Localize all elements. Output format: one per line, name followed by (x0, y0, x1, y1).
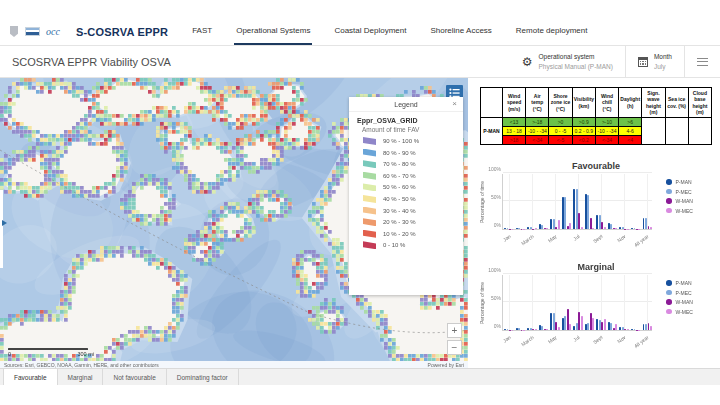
bar-group (641, 275, 653, 330)
bottom-tab-dominating-factor[interactable]: Dominating factor (167, 369, 239, 385)
bar (509, 330, 511, 331)
nav-tab-shoreline-access[interactable]: Shoreline Access (428, 18, 493, 45)
criteria-value-cell: 13 - 18 (503, 127, 526, 136)
legend-class-label: 90 % - 100 % (383, 138, 419, 144)
y-tick-label: 50% (491, 194, 501, 200)
bar (581, 316, 583, 330)
legend-sublayer-name: Amount of time FAV (349, 126, 463, 136)
bar-group (641, 174, 653, 229)
bar (615, 228, 617, 229)
month-label: Month (654, 52, 672, 61)
x-tick-label: Nov (606, 334, 627, 352)
legend-swatch (363, 160, 376, 168)
criteria-value-cell: <-34 (595, 136, 618, 145)
collapsed-panel-sliver (0, 190, 3, 268)
month-control[interactable]: Month July (626, 46, 684, 77)
bar-group (503, 174, 515, 229)
bar (555, 322, 557, 330)
legend-swatch (363, 218, 376, 226)
bar-group (515, 275, 527, 330)
bar (541, 326, 543, 330)
x-tick-label: Jul (560, 334, 581, 352)
legend-dot-icon (666, 309, 672, 315)
y-tick-label: 0% (494, 222, 501, 228)
page-header: SCOSRVA EPPR Viability OSVA ⚙ Operationa… (0, 45, 720, 78)
chart-legend-label: W-MAN (676, 299, 693, 305)
bar-group (584, 275, 596, 330)
legend-dot-icon (666, 179, 672, 185)
bar (581, 227, 583, 229)
bar (550, 219, 552, 229)
bar-group (526, 174, 538, 229)
bar (512, 229, 514, 230)
chart-plot: 0%50%100% (502, 174, 652, 230)
month-value: July (654, 62, 672, 71)
bar (518, 228, 520, 229)
bar (601, 322, 603, 330)
criteria-value-cell: 4-6 (619, 127, 642, 136)
bottom-tab-marginal[interactable]: Marginal (58, 369, 104, 385)
legend-swatch (363, 183, 376, 191)
legend-swatch (363, 207, 376, 215)
bar-group (630, 174, 642, 229)
map-area[interactable]: Legend × Eppr_OSVA_GRID Amount of time F… (0, 78, 468, 368)
bar (627, 329, 629, 330)
nav-tab-coastal-deployment[interactable]: Coastal Deployment (332, 18, 408, 45)
criteria-header-row: Wind speed (m/s)Air temp (°C)Shore zone … (481, 88, 712, 118)
brand-area: occ S-COSRVA EPPR (10, 18, 168, 45)
nav-tab-fast[interactable]: FAST (190, 18, 214, 45)
x-tick-label: Jan (490, 233, 511, 251)
bar (535, 329, 537, 330)
zoom-in-button[interactable]: + (447, 323, 462, 338)
hamburger-menu-icon[interactable] (685, 46, 720, 77)
legend-class-label: 70 % - 80 % (383, 161, 416, 167)
chart-title: Marginal (480, 262, 712, 272)
criteria-corner-cell (481, 88, 503, 118)
legend-class-item: 60 % - 70 % (363, 172, 455, 180)
bar (578, 213, 580, 229)
scalebar-start: 0 (8, 351, 11, 357)
criteria-value-cell: >6 (619, 118, 642, 127)
top-white-strip (0, 0, 720, 18)
legend-title: Legend (394, 101, 417, 108)
panel-expand-arrow-icon[interactable] (2, 220, 7, 226)
legend-dot-icon (666, 198, 672, 204)
bottom-tab-favourable[interactable]: Favourable (3, 369, 58, 385)
legend-class-label: 60 % - 70 % (383, 173, 416, 179)
map-scalebar: 0 300 mi (8, 348, 94, 357)
bar (650, 326, 652, 330)
gridline (503, 172, 652, 173)
gear-icon: ⚙ (522, 56, 533, 68)
legend-class-item: 90 % - 100 % (363, 137, 455, 145)
x-tick-label: May (537, 334, 558, 352)
legend-class-label: 10 % - 20 % (383, 231, 416, 237)
bar (604, 227, 606, 229)
legend-class-label: 20 % - 30 % (383, 219, 416, 225)
zoom-out-button[interactable]: − (447, 340, 462, 355)
x-tick-label: Sept (583, 233, 604, 251)
nav-tab-remote-deployment[interactable]: Remote deployment (514, 18, 590, 45)
calendar-icon (638, 57, 648, 67)
bar-group (549, 275, 561, 330)
bottom-white-strip (0, 385, 720, 405)
bar (578, 312, 580, 330)
bar (645, 218, 647, 229)
operational-system-control[interactable]: ⚙ Operational system Physical Manual (P-… (510, 46, 625, 77)
legend-dot-icon (666, 299, 672, 305)
nav-tab-operational-systems[interactable]: Operational Systems (234, 18, 312, 45)
legend-swatch (363, 172, 376, 180)
bar (512, 330, 514, 331)
powered-by: Powered by Esri (428, 362, 464, 368)
legend-class-item: 80 % - 90 % (363, 149, 455, 157)
chart-plot: 0%50%100% (502, 275, 652, 331)
bar-group (561, 174, 573, 229)
header-controls: ⚙ Operational system Physical Manual (P-… (510, 46, 720, 77)
bottom-tab-not-favourable[interactable]: Not favourable (103, 369, 166, 385)
chart-legend-item: W-MAN (666, 198, 693, 204)
right-panel: Wind speed (m/s)Air temp (°C)Shore zone … (468, 78, 720, 368)
bar (601, 222, 603, 229)
chart-legend-item: P-MAN (666, 179, 693, 185)
close-icon[interactable]: × (452, 99, 457, 108)
criteria-empty-cell (642, 118, 665, 145)
bar (645, 324, 647, 330)
